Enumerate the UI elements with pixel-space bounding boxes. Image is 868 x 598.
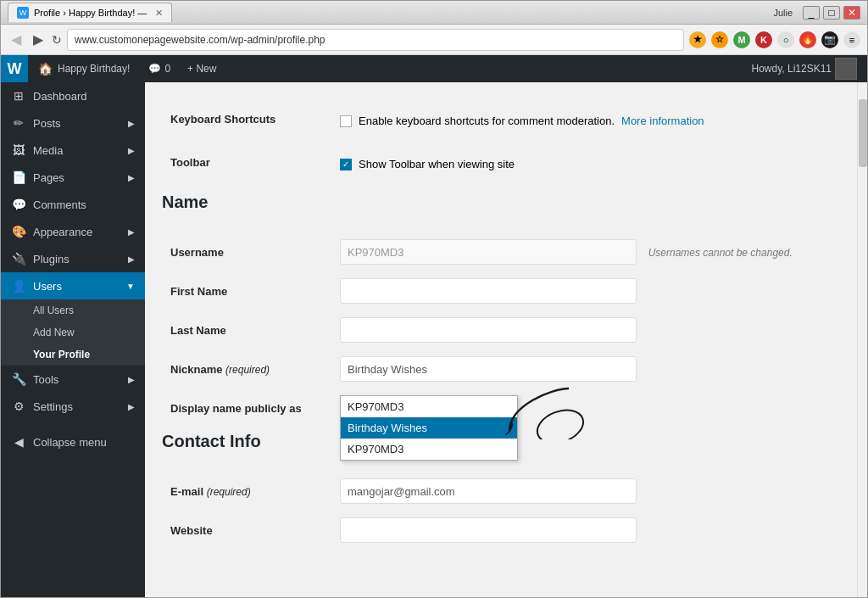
users-icon: 👤	[11, 279, 26, 293]
sidebar-item-media[interactable]: 🖼 Media ▶	[1, 137, 145, 164]
display-name-field: KP970MD3 Birthday Wishes KP970MD3	[331, 388, 840, 425]
last-name-input[interactable]	[340, 317, 637, 343]
toolbar-checkbox-row: ✓ Show Toolbar when viewing site	[340, 149, 832, 179]
o-icon[interactable]: ○	[777, 31, 794, 48]
scrollbar-thumb[interactable]	[859, 99, 867, 167]
email-required: (required)	[207, 486, 251, 498]
minimize-button[interactable]: _	[803, 6, 820, 20]
flame-icon[interactable]: 🔥	[799, 31, 816, 48]
media-arrow: ▶	[128, 146, 135, 155]
dropdown-option-2[interactable]: Birthday Wishes	[341, 417, 517, 439]
new-content-button[interactable]: + New	[179, 55, 225, 82]
sidebar-collapse-menu[interactable]: ◀ Collapse menu	[1, 428, 145, 455]
sidebar-item-tools[interactable]: 🔧 Tools ▶	[1, 366, 145, 393]
display-name-row: Display name publicly as KP970MD3 Birthd…	[162, 388, 840, 425]
howdy-menu[interactable]: Howdy, Li12SK11	[742, 58, 868, 80]
window-user: Julie	[773, 8, 793, 18]
dropdown-options: KP970MD3 Birthday Wishes KP970MD3	[340, 395, 518, 461]
wp-logo[interactable]: W	[1, 55, 28, 82]
dropdown-option-3[interactable]: KP970MD3	[341, 439, 517, 460]
tab-close-button[interactable]: ✕	[155, 8, 163, 19]
email-label: E-mail (required)	[162, 472, 331, 511]
wp-site-name[interactable]: 🏠 Happy Birthday!	[28, 55, 140, 82]
nickname-label: Nickname (required)	[162, 349, 331, 388]
first-name-label: First Name	[162, 271, 331, 310]
sidebar-item-comments[interactable]: 💬 Comments	[1, 191, 145, 218]
dropdown-option-1[interactable]: KP970MD3	[341, 396, 517, 417]
website-input[interactable]	[340, 517, 637, 543]
username-field: Usernames cannot be changed.	[331, 232, 840, 271]
scrollbar[interactable]	[857, 82, 867, 597]
nickname-input[interactable]	[340, 356, 637, 382]
comments-icon: 💬	[11, 198, 26, 211]
back-button[interactable]: ◀	[8, 31, 25, 48]
admin-bar-right: Howdy, Li12SK11	[742, 58, 868, 80]
close-button[interactable]: ✕	[843, 6, 860, 20]
username-row: Username Usernames cannot be changed.	[162, 232, 840, 271]
keyboard-shortcuts-field: Enable keyboard shortcuts for comment mo…	[331, 99, 840, 143]
sidebar-label-dashboard: Dashboard	[33, 90, 87, 103]
last-name-row: Last Name	[162, 310, 840, 349]
username-hint: Usernames cannot be changed.	[648, 247, 793, 259]
profile-form-table: Keyboard Shortcuts Enable keyboard short…	[162, 99, 840, 186]
pages-icon: 📄	[11, 170, 26, 184]
keyboard-shortcuts-checkbox[interactable]	[340, 115, 352, 127]
email-input[interactable]	[340, 478, 637, 504]
sidebar-item-all-users[interactable]: All Users	[1, 299, 145, 321]
sidebar-item-pages[interactable]: 📄 Pages ▶	[1, 164, 145, 191]
tools-icon: 🔧	[11, 372, 26, 386]
toolbar-row: Toolbar ✓ Show Toolbar when viewing site	[162, 143, 840, 186]
sidebar-item-appearance[interactable]: 🎨 Appearance ▶	[1, 218, 145, 245]
star-icon[interactable]: ★	[689, 31, 706, 48]
sidebar-item-add-new[interactable]: Add New	[1, 321, 145, 344]
sidebar-item-posts[interactable]: ✏ Posts ▶	[1, 109, 145, 137]
collapse-label: Collapse menu	[33, 436, 107, 449]
more-info-link[interactable]: More information	[621, 115, 704, 127]
forward-button[interactable]: ▶	[30, 31, 47, 48]
content-with-scroll: Keyboard Shortcuts Enable keyboard short…	[145, 82, 867, 597]
dashboard-icon: ⊞	[11, 89, 26, 103]
menu-icon[interactable]: ≡	[843, 31, 860, 48]
k-icon[interactable]: K	[755, 31, 772, 48]
sidebar-item-users[interactable]: 👤 Users ▼	[1, 272, 145, 299]
toolbar-text: Show Toolbar when viewing site	[359, 158, 515, 170]
pages-arrow: ▶	[128, 173, 135, 182]
username-label: Username	[162, 232, 331, 271]
sidebar-label-appearance: Appearance	[33, 226, 92, 238]
sidebar-item-your-profile[interactable]: Your Profile	[1, 344, 145, 366]
display-name-label: Display name publicly as	[162, 388, 331, 425]
gmail-icon[interactable]: M	[733, 31, 750, 48]
appearance-icon: 🎨	[11, 225, 26, 238]
browser-tab[interactable]: W Profile › Happy Birthday! — ✕	[8, 3, 172, 22]
instagram-icon[interactable]: 📷	[821, 31, 838, 48]
comments-bar-item[interactable]: 💬 0	[140, 55, 179, 82]
toolbar-field: ✓ Show Toolbar when viewing site	[331, 143, 840, 186]
website-label: Website	[162, 511, 331, 550]
sidebar-label-comments: Comments	[33, 198, 86, 211]
sidebar-item-settings[interactable]: ⚙ Settings ▶	[1, 393, 145, 420]
email-field	[331, 472, 840, 511]
site-name-label: Happy Birthday!	[58, 63, 130, 75]
tab-favicon: W	[17, 7, 29, 19]
sidebar-item-dashboard[interactable]: ⊞ Dashboard	[1, 82, 145, 109]
first-name-input[interactable]	[340, 278, 637, 304]
last-name-label: Last Name	[162, 310, 331, 349]
new-label: + New	[187, 63, 216, 75]
bookmark-icon[interactable]: ☆	[711, 31, 728, 48]
content-area: Keyboard Shortcuts Enable keyboard short…	[145, 82, 857, 597]
toolbar-checkbox[interactable]: ✓	[340, 159, 352, 170]
home-icon: 🏠	[38, 62, 53, 75]
plugins-arrow: ▶	[128, 254, 135, 264]
first-name-row: First Name	[162, 271, 840, 310]
sidebar-label-users: Users	[33, 280, 62, 293]
settings-icon: ⚙	[11, 400, 26, 413]
collapse-icon: ◀	[11, 435, 26, 449]
url-input[interactable]	[67, 29, 684, 51]
first-name-field	[331, 271, 840, 310]
nickname-required: (required)	[225, 364, 270, 376]
sidebar-item-plugins[interactable]: 🔌 Plugins ▶	[1, 245, 145, 272]
name-section-heading: Name	[162, 193, 840, 219]
refresh-button[interactable]: ↻	[52, 33, 62, 47]
sidebar-label-tools: Tools	[33, 373, 58, 386]
maximize-button[interactable]: □	[823, 6, 840, 20]
